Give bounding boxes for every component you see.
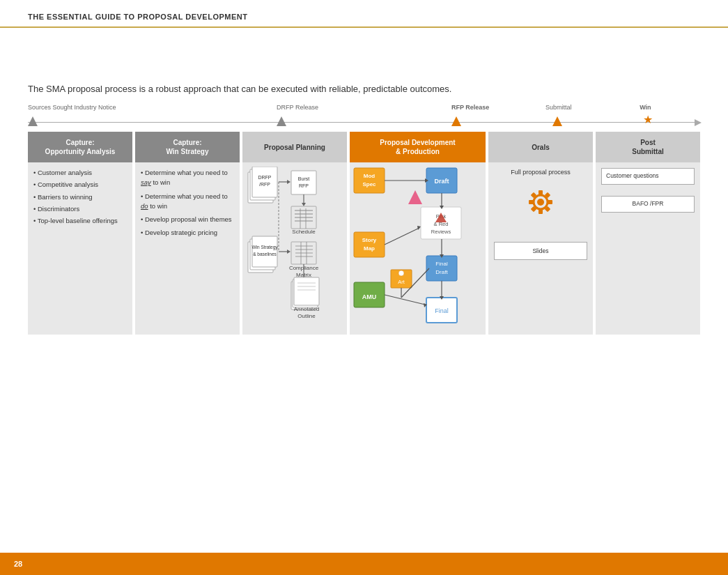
label-drfp: DRFP Release [277,104,318,111]
svg-text:Draft: Draft [435,269,448,275]
timeline-bar: ★ [28,116,700,129]
svg-text:Win Strategy: Win Strategy [251,245,278,250]
svg-text:& baselines: & baselines [253,252,277,256]
svg-marker-11 [302,203,306,206]
svg-text:AMU: AMU [362,293,377,300]
orals-slides: Slides [494,242,587,261]
svg-text:Reviews: Reviews [431,229,451,235]
bullet-customer: Customer analysis [33,168,127,178]
customer-questions-doc: Customer questions [601,168,695,185]
svg-text:Map: Map [364,245,375,252]
bullet-barriers: Barriers to winning [33,192,127,202]
bafo-doc: BAFO /FPR [601,196,695,213]
svg-line-75 [385,228,419,245]
phase-capture2-header: Capture: Win Strategy [135,132,240,162]
phase-post: Post Submittal Customer questions BAFO /… [596,132,700,335]
bullet-discriminators: Discriminators [33,204,127,214]
phase-orals-body: Full proposal process [488,162,593,335]
label-sources: Sources Sought Industry Notice [28,104,116,111]
svg-rect-40 [294,277,319,305]
svg-rect-50 [354,232,385,257]
marker-win: ★ [643,114,653,125]
footer: 28 [0,553,728,575]
planning-diagram: DRFP /RFP Burst RFP [247,167,337,327]
phase-capture1: Capture: Opportunity Analysis Customer a… [28,132,132,335]
ws-bullet-1: • Determine what you need to say to win [141,168,234,188]
phase-planning-header: Proposal Planning [242,132,347,162]
marker-submittal [552,116,562,126]
propdev-diagram: Mod Spec Story Map AMU Art [353,165,485,329]
svg-text:DRFP: DRFP [258,175,271,180]
phase-orals-header: Orals [488,132,593,162]
main-content: The SMA proposal process is a robust app… [0,28,728,348]
svg-text:Annotated: Annotated [294,306,319,312]
phase-capture1-body: Customer analysis Competitive analysis B… [28,162,132,335]
svg-rect-87 [539,190,543,196]
svg-text:/RFP: /RFP [259,182,270,187]
svg-rect-66 [426,256,457,281]
svg-marker-26 [287,250,291,254]
phase-planning: Proposal Planning DRFP /RFP [242,132,347,335]
gear-icon [522,183,559,221]
orals-text: Full proposal process [494,168,587,178]
label-rfp: RFP Release [451,104,489,111]
page-number: 28 [14,560,22,568]
phase-propdev-header: Proposal Development & Production [350,132,486,162]
svg-text:Story: Story [362,237,377,243]
intro-text: The SMA proposal process is a robust app… [28,84,700,94]
phase-post-header: Post Submittal [596,132,700,162]
svg-text:Spec: Spec [362,181,376,187]
marker-drfp [277,116,286,126]
svg-text:Outline: Outline [297,313,316,319]
capture1-bullets: Customer analysis Competitive analysis B… [33,168,127,226]
svg-point-86 [537,199,544,206]
phases-container: Capture: Opportunity Analysis Customer a… [28,132,700,335]
svg-line-81 [385,295,425,305]
svg-rect-47 [354,168,385,193]
ws-bullet-2: • Determine what you need to do to win [141,192,234,212]
svg-text:Draft: Draft [434,178,449,185]
svg-rect-7 [291,171,316,194]
ws-bullet-3: • Develop proposal win themes [141,215,234,224]
marker-rfp [451,116,461,126]
phase-capture2: Capture: Win Strategy • Determine what y… [135,132,240,335]
svg-text:Schedule: Schedule [292,229,316,235]
phase-post-body: Customer questions BAFO /FPR [596,162,700,335]
header-title: THE ESSENTIAL GUIDE TO PROPOSAL DEVELOPM… [28,13,700,21]
svg-marker-58 [408,190,422,204]
phase-capture2-body: • Determine what you need to say to win … [135,162,240,335]
label-win: Win [640,104,651,111]
phase-planning-body: DRFP /RFP Burst RFP [242,162,347,335]
ws-bullet-4: • Develop strategic pricing [141,228,234,238]
timeline-labels: Sources Sought Industry Notice DRFP Rele… [28,104,700,115]
svg-text:Burst: Burst [298,176,309,181]
phase-propdev: Proposal Development & Production Mod Sp… [350,132,486,335]
svg-marker-76 [417,226,421,230]
svg-rect-89 [529,200,534,204]
bullet-offerings: Top-level baseline offerings [33,216,127,226]
svg-text:Final: Final [435,307,449,314]
phase-capture1-header: Capture: Opportunity Analysis [28,132,132,162]
svg-rect-90 [547,200,552,204]
svg-text:Art: Art [398,279,405,285]
svg-marker-6 [287,180,291,184]
page-header: THE ESSENTIAL GUIDE TO PROPOSAL DEVELOPM… [0,0,728,28]
svg-text:Final: Final [435,261,448,267]
label-submittal: Submittal [545,104,572,111]
phase-propdev-body: Mod Spec Story Map AMU Art [350,162,486,335]
phase-orals: Orals Full proposal process [488,132,593,335]
svg-point-56 [398,270,404,276]
svg-rect-88 [539,208,543,214]
bullet-competitive: Competitive analysis [33,180,127,190]
marker-sources [28,116,38,126]
svg-text:RFP: RFP [299,183,309,188]
svg-text:Mod: Mod [364,173,375,179]
